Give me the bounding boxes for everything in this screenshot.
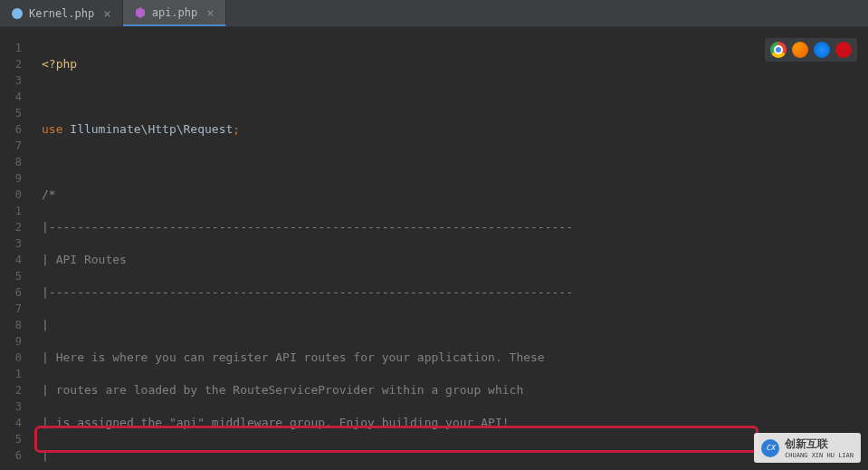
php-file-icon [11, 7, 24, 20]
code-line [29, 89, 868, 105]
code-line: | API Routes [29, 252, 868, 268]
line-number: 4 [0, 415, 22, 431]
line-number: 3 [0, 235, 22, 252]
tab-label: api.php [152, 6, 198, 19]
code-line: use Illuminate\Http\Request; [29, 121, 868, 138]
php-file-icon [134, 6, 147, 19]
line-number: 2 [0, 382, 22, 398]
code-line: | routes are loaded by the RouteServiceP… [29, 382, 868, 398]
code-line: | [29, 447, 868, 464]
code-line: <?php [29, 56, 868, 72]
opera-icon[interactable] [835, 42, 852, 58]
code-line: | is assigned the "api" middleware group… [29, 415, 868, 431]
code-line: | Here is where you can register API rou… [29, 350, 868, 366]
browser-preview-icons [765, 38, 857, 62]
code-editor[interactable]: 1 2 3 4 5 6 7 8 9 0 1 2 3 4 5 6 7 8 9 0 … [0, 27, 868, 470]
svg-point-0 [12, 8, 23, 19]
chrome-icon[interactable] [770, 42, 787, 58]
line-number: 0 [0, 187, 22, 203]
line-number: 8 [0, 317, 22, 333]
line-number: 0 [0, 350, 22, 366]
line-number: 5 [0, 105, 22, 121]
line-number: 6 [0, 121, 22, 138]
editor-tabs: Kernel.php × api.php × [0, 0, 868, 27]
code-line: /* [29, 187, 868, 203]
line-number: 4 [0, 89, 22, 105]
line-number: 1 [0, 366, 22, 382]
line-number: 6 [0, 284, 22, 301]
line-number: 1 [0, 40, 22, 56]
code-line: |---------------------------------------… [29, 219, 868, 235]
watermark-logo-icon: CX [761, 439, 779, 457]
line-number: 6 [0, 447, 22, 464]
tab-api[interactable]: api.php × [123, 0, 226, 26]
line-number: 3 [0, 398, 22, 415]
close-icon[interactable]: × [103, 6, 110, 21]
line-number: 5 [0, 268, 22, 284]
line-number: 2 [0, 56, 22, 72]
line-number: 8 [0, 154, 22, 170]
line-number: 1 [0, 203, 22, 219]
watermark: CX 创新互联 CHUANG XIN HU LIAN [754, 433, 861, 463]
safari-icon[interactable] [814, 42, 830, 58]
line-number: 5 [0, 431, 22, 447]
firefox-icon[interactable] [792, 42, 808, 58]
code-line: | [29, 317, 868, 333]
code-line: |---------------------------------------… [29, 284, 868, 301]
tab-label: Kernel.php [29, 7, 94, 20]
watermark-title: 创新互联 [785, 436, 854, 452]
line-number: 2 [0, 219, 22, 235]
code-line [29, 154, 868, 170]
line-number: 4 [0, 252, 22, 268]
code-area[interactable]: <?php use Illuminate\Http\Request; /* |-… [29, 27, 868, 470]
line-gutter: 1 2 3 4 5 6 7 8 9 0 1 2 3 4 5 6 7 8 9 0 … [0, 27, 29, 470]
line-number: 9 [0, 333, 22, 350]
close-icon[interactable]: × [206, 5, 214, 20]
line-number: 9 [0, 170, 22, 187]
line-number: 3 [0, 72, 22, 89]
watermark-subtitle: CHUANG XIN HU LIAN [785, 452, 854, 459]
tab-kernel[interactable]: Kernel.php × [0, 0, 123, 26]
line-number: 7 [0, 138, 22, 154]
line-number: 7 [0, 301, 22, 317]
